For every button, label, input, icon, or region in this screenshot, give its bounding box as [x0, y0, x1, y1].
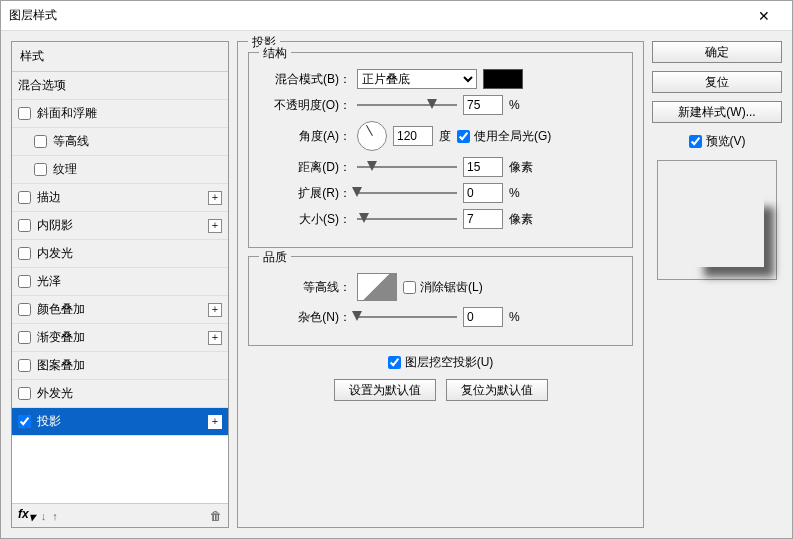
spread-label: 扩展(R)：: [261, 185, 351, 202]
preview-shadow: [694, 197, 764, 267]
opacity-input[interactable]: [463, 95, 503, 115]
move-down-icon[interactable]: ↓: [41, 510, 47, 522]
structure-fieldset: 结构 混合模式(B)： 正片叠底 不透明度(O)： % 角度(A)：: [248, 52, 633, 248]
noise-slider[interactable]: [357, 308, 457, 326]
preview-box: [657, 160, 777, 280]
style-item-6[interactable]: 内发光: [12, 240, 228, 268]
style-item-0[interactable]: 混合选项: [12, 72, 228, 100]
ok-button[interactable]: 确定: [652, 41, 782, 63]
add-instance-icon[interactable]: +: [208, 219, 222, 233]
opacity-unit: %: [509, 98, 539, 112]
contour-picker[interactable]: [357, 273, 397, 301]
style-label: 描边: [37, 189, 208, 206]
style-item-5[interactable]: 内阴影+: [12, 212, 228, 240]
style-checkbox[interactable]: [34, 163, 47, 176]
dialog-title: 图层样式: [9, 7, 744, 24]
styles-panel: 样式 混合选项斜面和浮雕等高线纹理描边+内阴影+内发光光泽颜色叠加+渐变叠加+图…: [11, 41, 229, 528]
cancel-button[interactable]: 复位: [652, 71, 782, 93]
add-instance-icon[interactable]: +: [208, 191, 222, 205]
size-unit: 像素: [509, 211, 539, 228]
distance-slider[interactable]: [357, 158, 457, 176]
structure-legend: 结构: [259, 45, 291, 62]
global-light-input[interactable]: [457, 130, 470, 143]
set-default-button[interactable]: 设置为默认值: [334, 379, 436, 401]
antialias-input[interactable]: [403, 281, 416, 294]
style-checkbox[interactable]: [18, 247, 31, 260]
style-checkbox[interactable]: [34, 135, 47, 148]
quality-fieldset: 品质 等高线： 消除锯齿(L) 杂色(N)： %: [248, 256, 633, 346]
angle-label: 角度(A)：: [261, 128, 351, 145]
blend-mode-label: 混合模式(B)：: [261, 71, 351, 88]
preview-checkbox[interactable]: 预览(V): [652, 133, 782, 150]
opacity-label: 不透明度(O)：: [261, 97, 351, 114]
style-label: 光泽: [37, 273, 222, 290]
add-instance-icon[interactable]: +: [208, 303, 222, 317]
spread-input[interactable]: [463, 183, 503, 203]
distance-unit: 像素: [509, 159, 539, 176]
style-label: 渐变叠加: [37, 329, 208, 346]
style-checkbox[interactable]: [18, 387, 31, 400]
style-checkbox[interactable]: [18, 359, 31, 372]
angle-input[interactable]: [393, 126, 433, 146]
blend-mode-select[interactable]: 正片叠底: [357, 69, 477, 89]
styles-header: 样式: [12, 42, 228, 72]
knockout-input[interactable]: [388, 356, 401, 369]
angle-unit: 度: [439, 128, 451, 145]
styles-list: 混合选项斜面和浮雕等高线纹理描边+内阴影+内发光光泽颜色叠加+渐变叠加+图案叠加…: [12, 72, 228, 503]
shadow-color-swatch[interactable]: [483, 69, 523, 89]
styles-footer: fx▾ ↓ ↑ 🗑: [12, 503, 228, 527]
style-checkbox[interactable]: [18, 331, 31, 344]
spread-unit: %: [509, 186, 539, 200]
style-item-12[interactable]: 投影+: [12, 408, 228, 436]
style-item-3[interactable]: 纹理: [12, 156, 228, 184]
add-instance-icon[interactable]: +: [208, 331, 222, 345]
fx-icon[interactable]: fx▾: [18, 507, 35, 524]
global-light-checkbox[interactable]: 使用全局光(G): [457, 128, 551, 145]
style-item-10[interactable]: 图案叠加: [12, 352, 228, 380]
titlebar: 图层样式 ✕: [1, 1, 792, 31]
style-label: 投影: [37, 413, 208, 430]
style-item-2[interactable]: 等高线: [12, 128, 228, 156]
drop-shadow-panel: 投影 结构 混合模式(B)： 正片叠底 不透明度(O)： %: [237, 41, 644, 528]
distance-input[interactable]: [463, 157, 503, 177]
reset-default-button[interactable]: 复位为默认值: [446, 379, 548, 401]
style-label: 等高线: [53, 133, 222, 150]
trash-icon[interactable]: 🗑: [210, 509, 222, 523]
angle-dial[interactable]: [357, 121, 387, 151]
size-label: 大小(S)：: [261, 211, 351, 228]
spread-slider[interactable]: [357, 184, 457, 202]
opacity-slider[interactable]: [357, 96, 457, 114]
contour-label: 等高线：: [261, 279, 351, 296]
style-item-1[interactable]: 斜面和浮雕: [12, 100, 228, 128]
style-item-7[interactable]: 光泽: [12, 268, 228, 296]
style-label: 斜面和浮雕: [37, 105, 222, 122]
style-checkbox[interactable]: [18, 107, 31, 120]
add-instance-icon[interactable]: +: [208, 415, 222, 429]
style-checkbox[interactable]: [18, 303, 31, 316]
close-button[interactable]: ✕: [744, 2, 784, 30]
distance-label: 距离(D)：: [261, 159, 351, 176]
move-up-icon[interactable]: ↑: [52, 510, 58, 522]
size-input[interactable]: [463, 209, 503, 229]
style-label: 纹理: [53, 161, 222, 178]
style-item-9[interactable]: 渐变叠加+: [12, 324, 228, 352]
antialias-checkbox[interactable]: 消除锯齿(L): [403, 279, 483, 296]
center-panel: 投影 结构 混合模式(B)： 正片叠底 不透明度(O)： %: [237, 41, 644, 528]
layer-style-dialog: 图层样式 ✕ 样式 混合选项斜面和浮雕等高线纹理描边+内阴影+内发光光泽颜色叠加…: [0, 0, 793, 539]
style-label: 内阴影: [37, 217, 208, 234]
knockout-checkbox[interactable]: 图层挖空投影(U): [388, 354, 494, 371]
style-item-4[interactable]: 描边+: [12, 184, 228, 212]
style-label: 外发光: [37, 385, 222, 402]
noise-input[interactable]: [463, 307, 503, 327]
style-checkbox[interactable]: [18, 415, 31, 428]
style-item-11[interactable]: 外发光: [12, 380, 228, 408]
size-slider[interactable]: [357, 210, 457, 228]
style-label: 内发光: [37, 245, 222, 262]
style-item-8[interactable]: 颜色叠加+: [12, 296, 228, 324]
preview-input[interactable]: [689, 135, 702, 148]
right-panel: 确定 复位 新建样式(W)... 预览(V): [652, 41, 782, 528]
style-checkbox[interactable]: [18, 191, 31, 204]
new-style-button[interactable]: 新建样式(W)...: [652, 101, 782, 123]
style-checkbox[interactable]: [18, 275, 31, 288]
style-checkbox[interactable]: [18, 219, 31, 232]
